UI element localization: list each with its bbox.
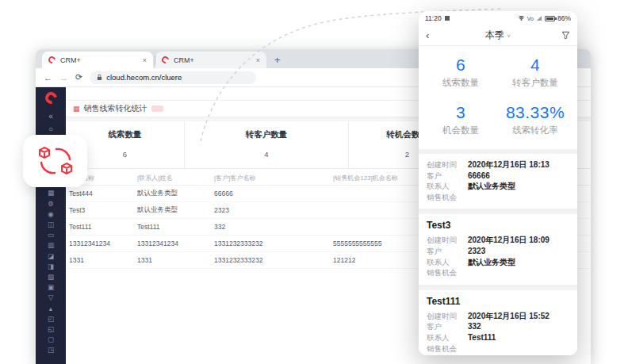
phone-stat-opportunities: 3 机会数量: [423, 103, 498, 136]
sidebar-icon-15[interactable]: ◰: [48, 314, 54, 324]
report-tab-title[interactable]: 销售线索转化统计: [84, 103, 147, 114]
sidebar-icon-03[interactable]: ▦: [48, 188, 54, 198]
sidebar-icon-14[interactable]: ▴: [49, 304, 52, 314]
tab-label: CRM+: [174, 56, 194, 64]
report-tab-badge: [151, 105, 163, 112]
app-sidebar: « ○ ▤ ⌂ ▦ ⚙ ◉ ◫ ▭ ▥ ◪ ◨ ▧ ▣ ▽ ▴ ◰ ◱ ▢ ◳: [36, 87, 66, 364]
cell-customer: 2323: [214, 206, 333, 214]
close-tab-icon[interactable]: ×: [256, 56, 260, 64]
sidebar-icon-13[interactable]: ▽: [48, 293, 54, 303]
stat-label: 转客户数量: [498, 77, 572, 89]
field-value: 332: [468, 321, 481, 332]
stat-customers: 转客户数量 4: [185, 121, 349, 168]
field-label: 销售机会: [427, 192, 468, 203]
stat-header: 转客户数量: [185, 121, 348, 144]
back-icon[interactable]: ←: [44, 73, 52, 82]
sidebar-icon-18[interactable]: ◳: [48, 345, 54, 355]
field-value: 66666: [468, 171, 490, 182]
close-tab-icon[interactable]: ×: [143, 56, 147, 64]
sidebar-icon-04[interactable]: ⚙: [48, 199, 54, 209]
search-icon[interactable]: ○: [48, 123, 53, 136]
period-label: 本季: [485, 29, 504, 40]
sidebar-icon-16[interactable]: ◱: [48, 324, 54, 335]
chevron-down-icon: ˅: [507, 33, 511, 40]
sidebar-icon-17[interactable]: ▢: [48, 335, 54, 345]
stat-label: 线索数量: [423, 77, 498, 89]
sidebar-icon-08[interactable]: ▥: [48, 240, 54, 251]
wifi-icon: [518, 15, 525, 21]
cell-customer: 1331232333232: [214, 239, 333, 247]
cell-lead-name: 1331: [69, 256, 137, 264]
hecom-logo-icon: [43, 90, 59, 106]
field-label: 销售机会: [427, 267, 468, 278]
mobile-app-card: 11:20 Vo 86% ‹ 本季 ˅ 6 线索: [419, 11, 577, 355]
cell-opportunity: 121212: [333, 256, 422, 264]
battery-icon: [545, 16, 555, 21]
record-card[interactable]: Test3 创建时间2020年12月16日 18:09 客户2323 联系人默认…: [419, 214, 577, 284]
sidebar-icon-12[interactable]: ▣: [48, 282, 54, 293]
reload-icon[interactable]: ⟳: [75, 72, 82, 82]
collapse-sidebar-icon[interactable]: «: [48, 110, 53, 123]
stat-number: 4: [498, 56, 572, 75]
volte-indicator: Vo: [527, 16, 534, 21]
signal-icon: [536, 15, 542, 21]
lock-icon: [97, 74, 102, 81]
report-icon: ▦: [73, 105, 80, 113]
forward-icon[interactable]: →: [59, 73, 68, 82]
back-chevron-icon[interactable]: ‹: [426, 29, 458, 41]
field-value: Test111: [468, 332, 496, 343]
field-label: 联系人: [427, 181, 468, 192]
crm-favicon: [160, 55, 170, 65]
period-selector[interactable]: 本季 ˅: [458, 29, 538, 42]
field-label: 联系人: [427, 257, 468, 268]
field-value: 2323: [468, 246, 485, 257]
cell-customer: 1331232333232: [214, 256, 333, 264]
phone-record-list: 创建时间2020年12月16日 18:13 客户66666 联系人默认业务类型 …: [419, 149, 577, 355]
phone-stat-conversion: 83.33% 线索转化率: [498, 103, 572, 136]
cell-lead-name: Test444: [69, 190, 137, 197]
notification-icon: [445, 16, 450, 21]
stat-number: 6: [423, 56, 498, 75]
sidebar-icon-07[interactable]: ▭: [48, 230, 54, 240]
cell-contact: 默认业务类型: [137, 205, 214, 215]
cell-opportunity: 5555555555555: [333, 239, 422, 247]
phone-nav-bar: ‹ 本季 ˅: [419, 25, 577, 46]
record-card[interactable]: 创建时间2020年12月16日 18:13 客户66666 联系人默认业务类型 …: [419, 154, 577, 209]
hecom-brand-chip: [23, 135, 87, 187]
cell-customer: 66666: [214, 190, 333, 197]
field-value: 2020年12月16日 15:52: [468, 311, 550, 322]
phone-stat-customers: 4 转客户数量: [498, 56, 572, 89]
field-label: 创建时间: [427, 311, 468, 322]
filter-funnel-icon[interactable]: [561, 31, 570, 40]
record-title: Test3: [427, 220, 569, 231]
field-label: 客户: [427, 246, 468, 257]
stat-number: 83.33%: [498, 103, 572, 122]
field-value: 2020年12月16日 18:09: [468, 235, 550, 246]
cell-customer: 332: [214, 223, 333, 231]
sidebar-icon-11[interactable]: ▧: [48, 272, 54, 282]
record-card[interactable]: Test111 创建时间2020年12月16日 15:52 客户332 联系人T…: [419, 290, 577, 355]
phone-stats-grid: 6 线索数量 4 转客户数量 3 机会数量 83.33% 线索转化率: [419, 46, 577, 149]
field-label: 销售机会: [427, 343, 468, 354]
field-label: 客户: [427, 321, 468, 332]
tab-label: CRM+: [60, 56, 81, 64]
field-value: 默认业务类型: [468, 181, 515, 192]
sidebar-icon-05[interactable]: ◉: [48, 209, 53, 220]
sidebar-icon-10[interactable]: ◨: [48, 262, 54, 272]
sidebar-icon-stack: ▤ ⌂ ▦ ⚙ ◉ ◫ ▭ ▥ ◪ ◨ ▧ ▣ ▽ ▴ ◰ ◱ ▢ ◳: [48, 167, 54, 356]
cell-lead-name: Test3: [69, 206, 137, 214]
url-field[interactable]: cloud.hecom.cn/cluere: [90, 71, 256, 84]
stat-label: 线索转化率: [498, 125, 572, 136]
field-value: 默认业务类型: [468, 257, 515, 268]
battery-percent: 86%: [557, 14, 571, 22]
cell-contact: 1331: [137, 256, 214, 264]
new-tab-button[interactable]: +: [274, 54, 281, 66]
field-label: 创建时间: [427, 159, 468, 171]
col-header: [客户]客户名称: [214, 174, 333, 182]
sidebar-icon-06[interactable]: ◫: [48, 220, 54, 230]
crm-favicon: [47, 55, 57, 65]
browser-tab-2[interactable]: CRM+ ×: [155, 52, 266, 68]
sidebar-icon-09[interactable]: ◪: [48, 251, 54, 262]
field-label: 联系人: [427, 332, 468, 343]
browser-tab-1[interactable]: CRM+ ×: [42, 52, 153, 68]
